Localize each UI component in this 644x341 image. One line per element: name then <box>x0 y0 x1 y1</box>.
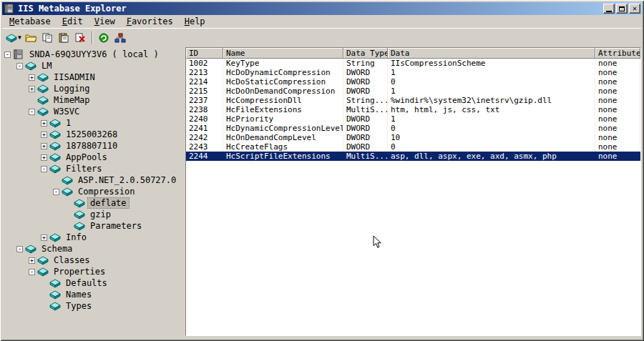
menu-edit[interactable]: Edit <box>57 16 89 28</box>
tree-item-1878807110[interactable]: +1878807110 <box>3 140 182 152</box>
table-row-2242[interactable]: 2242HcOnDemandCompLevelDWORD10none <box>186 133 640 142</box>
key-icon <box>25 244 36 254</box>
title-bar: IIS Metabase Explorer ✕ <box>2 2 642 15</box>
tree-item-lm[interactable]: -LM <box>3 60 182 71</box>
plus-expander-icon[interactable]: + <box>41 234 47 241</box>
toolbar: ▼ <box>2 28 642 46</box>
tree-item-label: AppPools <box>64 152 109 162</box>
cell-type: DWORD <box>343 142 388 152</box>
table-row-2214[interactable]: 2214HcDoStaticCompressionDWORD0none <box>186 77 640 87</box>
tree-item-parameters[interactable]: Parameters <box>3 220 182 232</box>
plus-expander-icon[interactable]: + <box>41 120 47 127</box>
tree-item-1525003268[interactable]: +1525003268 <box>3 129 182 140</box>
tree-item-info[interactable]: +Info <box>3 232 182 243</box>
minus-expander-icon[interactable]: - <box>16 63 23 69</box>
plus-expander-icon[interactable]: + <box>29 257 35 264</box>
table-row-2237[interactable]: 2237HcCompressionDllString...%windir%\sy… <box>186 96 640 105</box>
cell-attrs: none <box>595 68 640 77</box>
maximize-button[interactable] <box>616 4 628 14</box>
plus-expander-icon[interactable]: + <box>41 154 47 161</box>
tree-item-mimemap[interactable]: MimeMap <box>3 94 182 106</box>
key-icon <box>37 107 49 117</box>
new-key-icon <box>6 33 17 43</box>
plus-expander-icon[interactable]: + <box>29 86 35 92</box>
table-row-2238[interactable]: 2238HcFileExtensionsMultiS...htm, html, … <box>186 105 640 114</box>
cell-attrs: none <box>595 87 640 96</box>
tree-item-filters[interactable]: -Filters <box>3 163 182 174</box>
cell-type: String <box>343 59 388 68</box>
tree-item-properties[interactable]: -Properties <box>3 266 182 277</box>
minus-expander-icon[interactable]: - <box>29 269 35 275</box>
copy-button[interactable] <box>39 30 56 46</box>
table-row-2215[interactable]: 2215HcDoOnDemandCompressionDWORD1none <box>186 87 640 96</box>
connect-button[interactable] <box>112 30 129 46</box>
key-icon <box>37 255 49 265</box>
cell-type: DWORD <box>343 68 388 77</box>
minus-expander-icon[interactable]: - <box>53 189 59 195</box>
tree-item-apppools[interactable]: +AppPools <box>3 152 182 163</box>
column-header-data[interactable]: Data <box>388 48 595 59</box>
tree-item-label: Info <box>64 232 89 242</box>
tree-item-label: Compression <box>76 187 137 197</box>
cell-data: asp, dll, aspx, exe, axd, asmx, php <box>388 152 595 161</box>
new-key-button[interactable]: ▼ <box>4 30 23 46</box>
tree-item-1[interactable]: +1 <box>3 117 182 129</box>
column-header-attributes[interactable]: Attributes <box>595 48 640 59</box>
column-header-name[interactable]: Name <box>223 48 343 59</box>
key-icon <box>37 72 49 82</box>
minimize-button[interactable] <box>603 4 615 14</box>
close-button[interactable]: ✕ <box>629 4 640 14</box>
delete-key-button[interactable] <box>72 30 89 46</box>
cell-data: 0 <box>388 142 595 152</box>
cell-attrs: none <box>595 133 640 142</box>
key-icon <box>37 267 49 277</box>
paste-button[interactable] <box>56 30 72 46</box>
menu-help[interactable]: Help <box>179 16 211 28</box>
table-row-2241[interactable]: 2241HcDynamicCompressionLevelDWORD0none <box>186 124 640 133</box>
menu-view[interactable]: View <box>89 16 121 28</box>
minus-expander-icon[interactable]: - <box>16 246 23 252</box>
key-icon <box>49 118 61 128</box>
column-header-id[interactable]: ID <box>186 48 223 59</box>
list-pane: IDNameData TypeDataAttributes 1002KeyTyp… <box>185 47 641 336</box>
open-button[interactable] <box>23 30 39 46</box>
tree-item-schema[interactable]: -Schema <box>3 243 182 254</box>
minus-expander-icon[interactable]: - <box>29 109 35 115</box>
cell-attrs: none <box>595 105 640 114</box>
tree-item-names[interactable]: Names <box>3 289 182 300</box>
plus-expander-icon[interactable]: + <box>41 143 47 149</box>
table-row-2240[interactable]: 2240HcPriorityDWORD1none <box>186 114 640 124</box>
tree-item-deflate[interactable]: deflate <box>3 197 182 209</box>
column-header-data-type[interactable]: Data Type <box>343 48 388 59</box>
table-row-2244[interactable]: 2244HcScriptFileExtensionsMultiS...asp, … <box>186 152 640 161</box>
tree-item-classes[interactable]: +Classes <box>3 254 182 266</box>
cell-data: 1 <box>388 114 595 124</box>
tree-item-asp-net-2-0-50727-0[interactable]: ASP.NET_2.0.50727.0 <box>3 174 182 186</box>
cell-attrs: none <box>595 77 640 87</box>
dropdown-arrow-icon[interactable]: ▼ <box>18 34 21 41</box>
cell-data: IIsCompressionScheme <box>388 59 595 68</box>
tree-item-label: 1878807110 <box>64 141 119 151</box>
tree-item-compression[interactable]: -Compression <box>3 186 182 197</box>
tree-item-snda-69q3uyy3v6-local[interactable]: -SNDA-69Q3UYY3V6 ( local ) <box>3 49 182 60</box>
minus-expander-icon[interactable]: - <box>41 166 47 172</box>
table-row-1002[interactable]: 1002KeyTypeStringIIsCompressionSchemenon… <box>186 59 640 68</box>
key-icon <box>74 209 85 219</box>
plus-expander-icon[interactable]: + <box>29 74 35 81</box>
refresh-button[interactable] <box>96 30 112 46</box>
tree-item-defaults[interactable]: Defaults <box>3 277 182 289</box>
tree-item-gzip[interactable]: gzip <box>3 209 182 220</box>
cell-name: KeyType <box>223 59 343 68</box>
menu-favorites[interactable]: Favorites <box>121 16 179 28</box>
tree-item-w3svc[interactable]: -W3SVC <box>3 106 182 117</box>
menu-metabase[interactable]: Metabase <box>4 16 57 28</box>
plus-expander-icon[interactable]: + <box>41 132 47 138</box>
tree-item-logging[interactable]: +Logging <box>3 83 182 94</box>
table-row-2213[interactable]: 2213HcDoDynamicCompressionDWORD1none <box>186 68 640 77</box>
tree-item-types[interactable]: Types <box>3 300 182 312</box>
app-icon <box>4 4 15 14</box>
minus-expander-icon[interactable]: - <box>4 51 11 58</box>
server-icon <box>13 49 24 59</box>
tree-item-iisadmin[interactable]: +IISADMIN <box>3 71 182 83</box>
table-row-2243[interactable]: 2243HcCreateFlagsDWORD0none <box>186 142 640 152</box>
